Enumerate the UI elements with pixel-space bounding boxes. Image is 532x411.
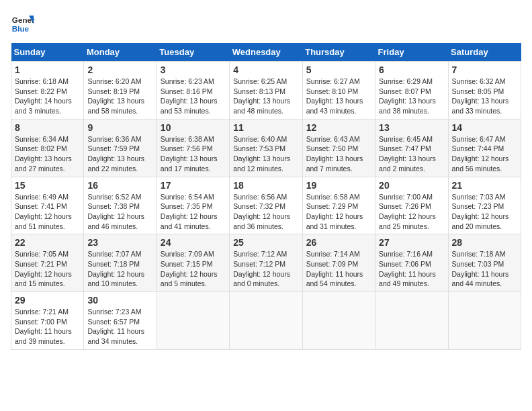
day-info: Sunrise: 7:16 AMSunset: 7:06 PMDaylight:… [379,249,444,289]
dow-header-saturday: Saturday [448,43,521,62]
day-number: 24 [161,237,226,248]
day-number: 30 [87,295,152,306]
day-info: Sunrise: 7:07 AMSunset: 7:18 PMDaylight:… [87,249,152,289]
calendar-week-4: 22Sunrise: 7:05 AMSunset: 7:21 PMDayligh… [11,234,521,292]
calendar-cell-1-3: 3Sunrise: 6:23 AMSunset: 8:16 PMDaylight… [157,62,229,120]
day-number: 29 [15,295,80,306]
day-info: Sunrise: 6:32 AMSunset: 8:05 PMDaylight:… [452,77,517,116]
calendar-cell-3-6: 20Sunrise: 7:00 AMSunset: 7:26 PMDayligh… [375,177,448,234]
day-info: Sunrise: 6:36 AMSunset: 7:59 PMDaylight:… [87,134,152,174]
day-info: Sunrise: 6:40 AMSunset: 7:53 PMDaylight:… [233,134,298,174]
calendar-cell-4-6: 27Sunrise: 7:16 AMSunset: 7:06 PMDayligh… [375,234,448,292]
calendar-cell-4-3: 24Sunrise: 7:09 AMSunset: 7:15 PMDayligh… [157,234,229,292]
day-number: 12 [306,122,371,133]
day-info: Sunrise: 6:25 AMSunset: 8:13 PMDaylight:… [233,77,298,116]
calendar-week-5: 29Sunrise: 7:21 AMSunset: 7:00 PMDayligh… [11,292,521,350]
dow-header-monday: Monday [84,43,157,62]
day-info: Sunrise: 6:43 AMSunset: 7:50 PMDaylight:… [306,134,371,174]
day-info: Sunrise: 6:27 AMSunset: 8:10 PMDaylight:… [306,77,371,116]
day-number: 17 [161,180,226,191]
day-info: Sunrise: 7:12 AMSunset: 7:12 PMDaylight:… [233,249,298,289]
day-info: Sunrise: 6:20 AMSunset: 8:19 PMDaylight:… [87,77,152,116]
calendar-cell-5-2: 30Sunrise: 7:23 AMSunset: 6:57 PMDayligh… [84,292,157,350]
day-number: 5 [306,64,371,75]
day-number: 21 [452,180,517,191]
day-info: Sunrise: 6:49 AMSunset: 7:41 PMDaylight:… [15,192,80,232]
calendar-cell-1-2: 2Sunrise: 6:20 AMSunset: 8:19 PMDaylight… [84,62,157,120]
dow-header-tuesday: Tuesday [157,43,229,62]
day-info: Sunrise: 6:47 AMSunset: 7:44 PMDaylight:… [452,134,517,174]
calendar-cell-4-1: 22Sunrise: 7:05 AMSunset: 7:21 PMDayligh… [11,234,84,292]
day-number: 10 [161,122,226,133]
dow-header-wednesday: Wednesday [230,43,302,62]
day-number: 7 [452,64,517,75]
day-number: 26 [306,237,371,248]
day-info: Sunrise: 6:38 AMSunset: 7:56 PMDaylight:… [161,134,226,174]
day-info: Sunrise: 6:56 AMSunset: 7:32 PMDaylight:… [233,192,298,232]
day-number: 11 [233,122,298,133]
day-number: 19 [306,180,371,191]
day-number: 4 [233,64,298,75]
calendar-cell-3-4: 18Sunrise: 6:56 AMSunset: 7:32 PMDayligh… [230,177,302,234]
day-info: Sunrise: 7:21 AMSunset: 7:00 PMDaylight:… [15,307,80,347]
calendar-cell-5-6 [375,292,448,350]
day-number: 9 [87,122,152,133]
dow-header-friday: Friday [375,43,448,62]
day-info: Sunrise: 7:03 AMSunset: 7:23 PMDaylight:… [452,192,517,232]
calendar-body: 1Sunrise: 6:18 AMSunset: 8:22 PMDaylight… [11,62,521,350]
page-header: General Blue [11,11,521,35]
calendar-cell-5-7 [448,292,521,350]
calendar-cell-1-5: 5Sunrise: 6:27 AMSunset: 8:10 PMDaylight… [302,62,375,120]
calendar-cell-5-3 [157,292,229,350]
calendar-cell-2-7: 14Sunrise: 6:47 AMSunset: 7:44 PMDayligh… [448,119,521,177]
calendar-cell-1-6: 6Sunrise: 6:29 AMSunset: 8:07 PMDaylight… [375,62,448,120]
svg-text:Blue: Blue [12,24,30,33]
day-number: 27 [379,237,444,248]
logo-icon: General Blue [11,11,35,35]
calendar-cell-1-4: 4Sunrise: 6:25 AMSunset: 8:13 PMDaylight… [230,62,302,120]
day-info: Sunrise: 6:52 AMSunset: 7:38 PMDaylight:… [87,192,152,232]
calendar-cell-3-2: 16Sunrise: 6:52 AMSunset: 7:38 PMDayligh… [84,177,157,234]
day-info: Sunrise: 6:45 AMSunset: 7:47 PMDaylight:… [379,134,444,174]
calendar-cell-4-2: 23Sunrise: 7:07 AMSunset: 7:18 PMDayligh… [84,234,157,292]
day-number: 20 [379,180,444,191]
calendar-cell-5-5 [302,292,375,350]
day-number: 23 [87,237,152,248]
calendar-cell-2-1: 8Sunrise: 6:34 AMSunset: 8:02 PMDaylight… [11,119,84,177]
logo: General Blue [11,11,38,35]
calendar-cell-4-5: 26Sunrise: 7:14 AMSunset: 7:09 PMDayligh… [302,234,375,292]
day-of-week-row: SundayMondayTuesdayWednesdayThursdayFrid… [11,43,521,62]
day-number: 15 [15,180,80,191]
day-number: 8 [15,122,80,133]
day-info: Sunrise: 6:23 AMSunset: 8:16 PMDaylight:… [161,77,226,116]
calendar-cell-2-4: 11Sunrise: 6:40 AMSunset: 7:53 PMDayligh… [230,119,302,177]
calendar-cell-3-7: 21Sunrise: 7:03 AMSunset: 7:23 PMDayligh… [448,177,521,234]
dow-header-thursday: Thursday [302,43,375,62]
calendar-week-3: 15Sunrise: 6:49 AMSunset: 7:41 PMDayligh… [11,177,521,234]
calendar-week-1: 1Sunrise: 6:18 AMSunset: 8:22 PMDaylight… [11,62,521,120]
day-number: 22 [15,237,80,248]
day-info: Sunrise: 7:18 AMSunset: 7:03 PMDaylight:… [452,249,517,289]
calendar-cell-4-7: 28Sunrise: 7:18 AMSunset: 7:03 PMDayligh… [448,234,521,292]
calendar-cell-3-3: 17Sunrise: 6:54 AMSunset: 7:35 PMDayligh… [157,177,229,234]
day-info: Sunrise: 7:09 AMSunset: 7:15 PMDaylight:… [161,249,226,289]
calendar-cell-2-3: 10Sunrise: 6:38 AMSunset: 7:56 PMDayligh… [157,119,229,177]
day-info: Sunrise: 6:18 AMSunset: 8:22 PMDaylight:… [15,77,80,116]
calendar-cell-3-1: 15Sunrise: 6:49 AMSunset: 7:41 PMDayligh… [11,177,84,234]
day-number: 6 [379,64,444,75]
dow-header-sunday: Sunday [11,43,84,62]
day-info: Sunrise: 6:54 AMSunset: 7:35 PMDaylight:… [161,192,226,232]
day-number: 2 [87,64,152,75]
day-info: Sunrise: 6:29 AMSunset: 8:07 PMDaylight:… [379,77,444,116]
day-info: Sunrise: 7:00 AMSunset: 7:26 PMDaylight:… [379,192,444,232]
calendar-cell-2-2: 9Sunrise: 6:36 AMSunset: 7:59 PMDaylight… [84,119,157,177]
calendar-cell-1-7: 7Sunrise: 6:32 AMSunset: 8:05 PMDaylight… [448,62,521,120]
calendar-cell-4-4: 25Sunrise: 7:12 AMSunset: 7:12 PMDayligh… [230,234,302,292]
calendar-cell-5-1: 29Sunrise: 7:21 AMSunset: 7:00 PMDayligh… [11,292,84,350]
day-number: 3 [161,64,226,75]
day-number: 18 [233,180,298,191]
day-info: Sunrise: 6:34 AMSunset: 8:02 PMDaylight:… [15,134,80,174]
day-number: 1 [15,64,80,75]
calendar-week-2: 8Sunrise: 6:34 AMSunset: 8:02 PMDaylight… [11,119,521,177]
calendar-cell-1-1: 1Sunrise: 6:18 AMSunset: 8:22 PMDaylight… [11,62,84,120]
